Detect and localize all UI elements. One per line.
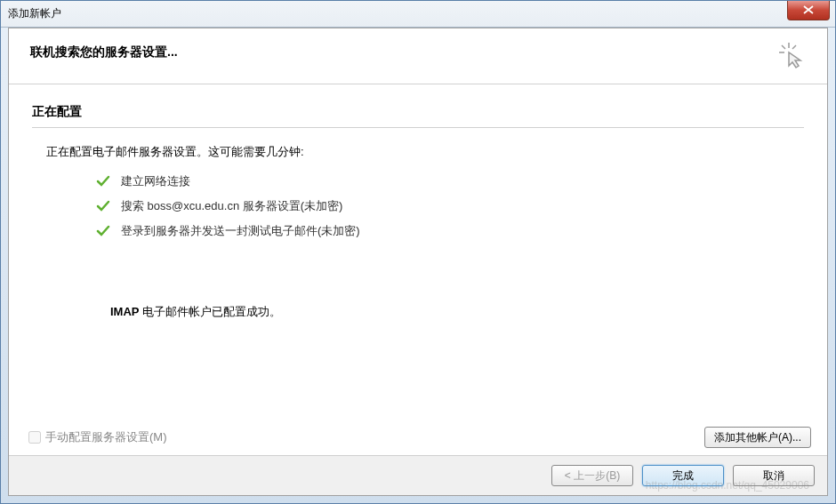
close-icon [803, 5, 814, 14]
cursor-click-icon [777, 41, 806, 69]
window-title: 添加新帐户 [8, 6, 61, 21]
step-text: 搜索 boss@xcu.edu.cn 服务器设置(未加密) [121, 198, 342, 214]
bottom-area: 手动配置服务器设置(M) 添加其他帐户(A)... < 上一步(B) 完成 取消 [9, 420, 827, 495]
step-text: 建立网络连接 [121, 173, 190, 189]
back-button: < 上一步(B) [551, 465, 633, 486]
manual-config-label: 手动配置服务器设置(M) [45, 429, 167, 445]
cancel-button[interactable]: 取消 [733, 465, 815, 486]
header-title: 联机搜索您的服务器设置... [30, 44, 178, 60]
close-button[interactable] [787, 1, 830, 20]
check-icon [96, 199, 110, 213]
config-intro-text: 正在配置电子邮件服务器设置。这可能需要几分钟: [46, 144, 804, 160]
svg-line-2 [782, 45, 785, 49]
finish-button[interactable]: 完成 [642, 465, 724, 486]
step-item: 登录到服务器并发送一封测试电子邮件(未加密) [96, 222, 804, 240]
check-icon [96, 224, 110, 238]
section-heading: 正在配置 [32, 104, 804, 128]
success-message: IMAP 电子邮件帐户已配置成功。 [110, 304, 804, 320]
success-prefix: IMAP [110, 305, 140, 318]
manual-config-checkbox [28, 431, 41, 444]
header-section: 联机搜索您的服务器设置... [9, 28, 827, 84]
window-frame: 添加新帐户 联机搜索您的服务器设置... 正在配置 正在配置电子邮件服务器设 [0, 0, 836, 504]
manual-config-checkbox-wrap: 手动配置服务器设置(M) [28, 429, 167, 445]
success-text: 电子邮件帐户已配置成功。 [140, 305, 282, 318]
options-row: 手动配置服务器设置(M) 添加其他帐户(A)... [9, 420, 827, 455]
content-section: 正在配置 正在配置电子邮件服务器设置。这可能需要几分钟: 建立网络连接 搜索 b… [9, 84, 827, 320]
dialog-body: 联机搜索您的服务器设置... 正在配置 正在配置电子邮件服务器设置。这可能需要几… [8, 28, 828, 496]
step-item: 搜索 boss@xcu.edu.cn 服务器设置(未加密) [96, 197, 804, 215]
button-row: < 上一步(B) 完成 取消 [9, 455, 827, 495]
step-item: 建立网络连接 [96, 172, 804, 190]
title-bar: 添加新帐户 [1, 1, 835, 28]
add-other-account-button[interactable]: 添加其他帐户(A)... [704, 427, 811, 448]
step-text: 登录到服务器并发送一封测试电子邮件(未加密) [121, 223, 360, 239]
check-icon [96, 174, 110, 188]
step-list: 建立网络连接 搜索 boss@xcu.edu.cn 服务器设置(未加密) 登录到… [96, 172, 804, 240]
svg-line-3 [792, 45, 796, 49]
